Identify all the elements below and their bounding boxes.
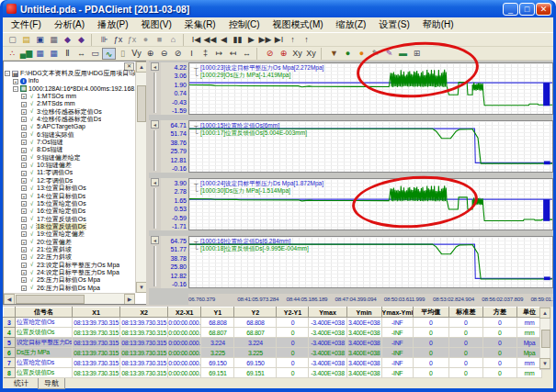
table-header[interactable]: Ymax-Ymin <box>381 308 413 318</box>
expand-icon[interactable]: + <box>21 208 27 214</box>
tree-channel-18[interactable]: +√18:位置反馈值Ds <box>5 223 135 230</box>
snapshot-icon[interactable]: ⌂ <box>166 34 180 46</box>
expand-icon[interactable]: + <box>21 185 27 191</box>
table-header[interactable]: 标准差 <box>448 308 482 318</box>
tree-channel-12[interactable]: +√12:零调值Ds <box>5 177 135 185</box>
menu-item-3[interactable]: 视图(V) <box>134 17 177 32</box>
tree-channel-16[interactable]: +√16:位置给定值Ds <box>5 207 135 215</box>
tree-channel-21[interactable]: +√21:位置斜坡 <box>5 246 135 253</box>
expand-icon[interactable]: − <box>5 71 10 76</box>
expand-icon[interactable]: + <box>21 277 27 283</box>
scroll-up-icon[interactable]: ▲ <box>136 62 146 73</box>
close-button[interactable]: ✕ <box>536 3 551 16</box>
tree-item-device[interactable]: −▦1000:128AI:16*8DI:4.000ms:192.168.0.1 <box>5 85 135 93</box>
tree-channel-17[interactable]: +√17:位置反馈值Os <box>5 216 135 223</box>
expand-icon[interactable]: + <box>21 194 27 199</box>
expand-icon[interactable]: + <box>21 263 27 268</box>
y-cursor-icon[interactable]: Ⅴy <box>130 48 143 60</box>
cursor-right-icon[interactable]: ↦ <box>212 48 226 60</box>
scroll-down-icon[interactable]: ▼ <box>136 282 146 293</box>
expand-icon[interactable]: + <box>21 155 27 161</box>
tree-channel-4[interactable]: +√4:位移传感器标定值Ds <box>5 116 135 123</box>
zoom-select-icon[interactable]: ⊘ <box>171 48 185 60</box>
expand-icon[interactable]: + <box>21 117 27 122</box>
xy-axis2-icon[interactable]: Xy <box>304 48 318 60</box>
tree-channel-13[interactable]: +√13:位置目标值Os <box>5 185 135 192</box>
step-down-icon[interactable]: ↑ <box>300 34 313 46</box>
expand-icon[interactable]: + <box>21 286 27 291</box>
expand-icon[interactable]: + <box>21 217 27 222</box>
expand-icon[interactable]: + <box>21 270 27 275</box>
menu-item-7[interactable]: 缩放(Z) <box>330 17 373 32</box>
menu-item-5[interactable]: 控制(C) <box>222 17 267 32</box>
tree-channel-5[interactable]: +√5:APCTargetGap <box>5 123 135 130</box>
chart-slider-track[interactable] <box>153 130 156 171</box>
tree-channel-2[interactable]: +√2:MTSds mm <box>5 100 135 107</box>
reset-zoom-icon[interactable]: ⊕ <box>277 48 290 60</box>
tree-view-icon[interactable]: ⊪ <box>97 34 111 46</box>
expand-icon[interactable]: + <box>21 148 27 153</box>
expand-icon[interactable]: + <box>21 162 27 168</box>
mail-icon[interactable]: ◆ <box>74 34 88 46</box>
tree-item-info[interactable]: +iinfo <box>5 77 135 84</box>
open-file-icon[interactable]: ▤ <box>19 34 33 46</box>
rewind-icon[interactable]: ◀◀ <box>203 34 217 46</box>
expand-icon[interactable]: + <box>21 178 27 184</box>
table-header[interactable]: 信号名 <box>16 308 73 318</box>
table-row-3[interactable]: 3位置给定值Os08:13:39.730.31508:13:39.730.315… <box>4 318 542 328</box>
expand-icon[interactable]: + <box>21 171 27 176</box>
expand-icon[interactable]: + <box>21 94 27 99</box>
chart-slider-track[interactable] <box>153 188 156 229</box>
bar-view-icon[interactable]: ▄▆ <box>19 48 33 60</box>
scroll-up-icon[interactable]: ▲ <box>539 308 550 319</box>
expand-icon[interactable]: + <box>21 125 27 130</box>
function-disabled-icon[interactable]: ƒx <box>125 34 139 46</box>
xy-axis-icon[interactable]: Xy <box>290 48 304 60</box>
expand-icon[interactable]: + <box>21 240 27 245</box>
expand-icon[interactable]: + <box>21 132 27 138</box>
table-header[interactable]: Ymin <box>346 308 381 318</box>
tree-channel-20[interactable]: +√20:位置偏差 <box>5 239 135 246</box>
scroll-thumb[interactable] <box>137 85 146 122</box>
split-vertical-icon[interactable]: Ⅱ <box>61 48 74 60</box>
single-pane-icon[interactable]: ▭ <box>88 48 102 60</box>
menu-item-8[interactable]: 设置(S) <box>372 17 415 32</box>
table-header[interactable]: X2 <box>120 308 168 318</box>
export-icon[interactable]: ◆ <box>61 34 74 46</box>
cursor-icon[interactable]: Ι <box>185 48 199 60</box>
chart-slider-button[interactable]: ◂ <box>151 120 159 129</box>
expand-icon[interactable]: + <box>21 140 27 145</box>
expand-icon[interactable]: + <box>21 102 27 107</box>
tree-channel-14[interactable]: +√14:位置目标值Ds <box>5 193 135 200</box>
expand-icon[interactable]: + <box>21 247 27 252</box>
tree-root-file[interactable]: −▤F:\HDG文本资料及应用\HDG应用项目\试轧数据 <box>5 70 135 77</box>
table-header[interactable]: Y1 <box>201 308 234 318</box>
table-vertical-scrollbar[interactable]: ▲ ▼ <box>539 307 550 370</box>
stop-icon[interactable]: ■ <box>153 34 166 46</box>
expand-icon[interactable]: + <box>21 254 27 260</box>
expand-icon[interactable]: + <box>13 79 18 84</box>
no-zoom-icon[interactable]: ⊘ <box>263 48 277 60</box>
chart-slider-track[interactable] <box>153 73 156 113</box>
table-view-icon[interactable]: ▦ <box>33 48 47 60</box>
new-file-icon[interactable]: ▢ <box>6 34 19 46</box>
chart-slider-button[interactable]: ◂ <box>151 236 159 244</box>
scroll-thumb[interactable] <box>16 295 85 304</box>
grid-view-icon[interactable]: ▦ <box>47 48 61 60</box>
tree-channel-15[interactable]: +√15:位置给定值Os <box>5 200 135 207</box>
table-row-6[interactable]: 6Ds压力 MPa08:13:39.730.31508:13:39.730.31… <box>4 348 542 358</box>
minimize-button[interactable]: _ <box>503 3 518 16</box>
table-row-7[interactable]: 7位置给定值Ds08:13:39.730.31508:13:39.730.315… <box>4 358 542 368</box>
split-horizontal-icon[interactable]: ↔ <box>74 48 88 60</box>
expand-icon[interactable]: + <box>21 201 27 207</box>
expand-icon[interactable]: + <box>21 224 27 230</box>
scroll-right-icon[interactable]: ▶ <box>124 294 135 305</box>
tree-channel-26[interactable]: +√26:压力目标值Ds Mpa <box>5 285 135 292</box>
scroll-left-icon[interactable]: ◀ <box>4 294 15 305</box>
tree-channel-11[interactable]: +√11:零调值Os <box>5 169 135 176</box>
menu-item-9[interactable]: 帮助(H) <box>416 17 460 32</box>
tree-channel-25[interactable]: +√25:压力目标值Os Mpa <box>5 276 135 284</box>
curve-view-icon[interactable]: ∿ <box>102 48 116 60</box>
record-icon[interactable]: ● <box>139 34 153 46</box>
fast-forward-icon[interactable]: ▶▶ <box>258 34 272 46</box>
